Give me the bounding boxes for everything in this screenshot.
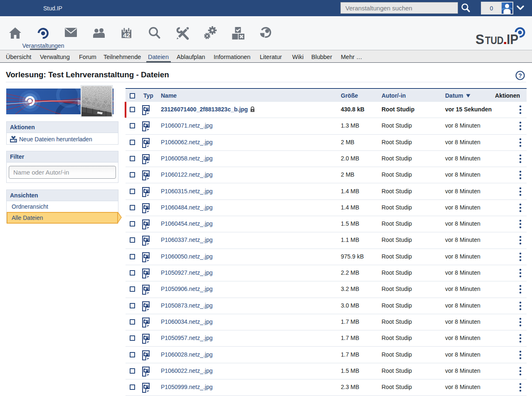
svg-text:IP: IP bbox=[507, 31, 518, 46]
svg-text:42: 42 bbox=[123, 32, 130, 39]
svg-text:TUD: TUD bbox=[485, 34, 504, 46]
svg-text:?: ? bbox=[518, 72, 522, 79]
svg-text:S: S bbox=[475, 31, 484, 46]
